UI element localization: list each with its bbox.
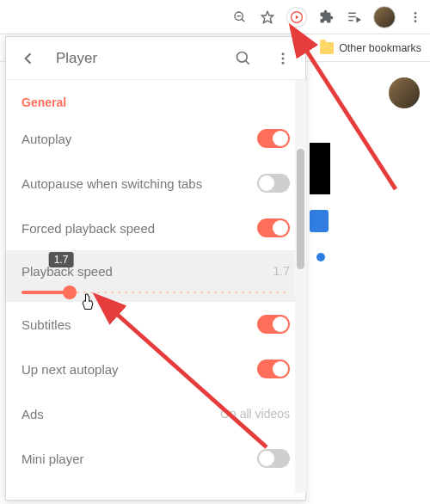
other-bookmarks-label[interactable]: Other bookmarks xyxy=(339,42,421,54)
row-autoplay[interactable]: Autoplay xyxy=(6,116,305,161)
folder-icon xyxy=(320,42,334,54)
label-mini: Mini player xyxy=(22,452,84,466)
svg-point-15 xyxy=(282,52,285,55)
row-playback-speed[interactable]: Playback speed 1.7 1.7 xyxy=(6,250,305,302)
zoom-out-icon[interactable] xyxy=(232,9,248,25)
scrollbar-thumb[interactable] xyxy=(297,149,304,269)
background-dot xyxy=(316,253,325,261)
background-button xyxy=(310,210,329,232)
label-autoplay: Autoplay xyxy=(22,132,71,146)
panel-title: Player xyxy=(51,50,221,67)
playlist-icon[interactable] xyxy=(346,9,361,25)
puzzle-icon[interactable] xyxy=(318,9,334,25)
svg-line-1 xyxy=(242,19,244,22)
search-icon[interactable] xyxy=(226,41,261,76)
value-ads: On all videos xyxy=(220,407,290,421)
section-general: General xyxy=(6,80,305,116)
extension-icon[interactable] xyxy=(287,8,306,27)
label-autopause: Autopause when switching tabs xyxy=(22,176,202,191)
svg-marker-3 xyxy=(261,11,273,22)
extension-panel: Player General Autoplay Autopause when s… xyxy=(5,36,306,501)
menu-dots-icon[interactable] xyxy=(408,9,423,25)
toggle-subtitles[interactable] xyxy=(257,315,290,334)
svg-point-13 xyxy=(237,52,248,62)
svg-marker-9 xyxy=(357,18,360,22)
toggle-mini[interactable] xyxy=(257,449,290,468)
row-forced-speed[interactable]: Forced playback speed xyxy=(6,206,305,250)
svg-point-11 xyxy=(415,15,417,18)
background-block xyxy=(310,143,330,194)
label-up-next: Up next autoplay xyxy=(22,362,119,377)
profile-avatar[interactable] xyxy=(373,6,396,28)
background-page: i xyxy=(306,64,430,502)
label-ads: Ads xyxy=(22,407,44,421)
row-ads[interactable]: Ads On all videos xyxy=(6,391,305,436)
page-avatar-icon xyxy=(389,77,420,108)
panel-header: Player xyxy=(6,37,305,80)
speed-slider[interactable] xyxy=(22,291,290,294)
value-playback-speed: 1.7 xyxy=(273,264,290,278)
svg-line-14 xyxy=(246,60,249,64)
row-autopause[interactable]: Autopause when switching tabs xyxy=(6,161,305,206)
label-subtitles: Subtitles xyxy=(22,317,71,332)
svg-point-12 xyxy=(415,20,417,22)
row-mini-player[interactable]: Mini player xyxy=(6,436,305,481)
toggle-autoplay[interactable] xyxy=(257,129,290,148)
star-icon[interactable] xyxy=(260,9,275,25)
toggle-autopause[interactable] xyxy=(257,174,290,193)
panel-scrollbar[interactable] xyxy=(295,80,306,493)
label-forced-speed: Forced playback speed xyxy=(22,221,155,236)
row-subtitles[interactable]: Subtitles xyxy=(6,302,305,347)
panel-body: General Autoplay Autopause when switchin… xyxy=(6,80,305,500)
more-dots-icon[interactable] xyxy=(266,41,300,76)
toggle-forced-speed[interactable] xyxy=(257,218,290,237)
row-up-next[interactable]: Up next autoplay xyxy=(6,347,305,391)
svg-point-10 xyxy=(415,12,417,15)
back-icon[interactable] xyxy=(11,41,46,76)
svg-point-16 xyxy=(282,57,285,59)
svg-point-17 xyxy=(282,61,285,64)
slider-tooltip: 1.7 xyxy=(49,252,74,267)
browser-toolbar xyxy=(0,0,430,34)
toggle-up-next[interactable] xyxy=(257,360,290,378)
